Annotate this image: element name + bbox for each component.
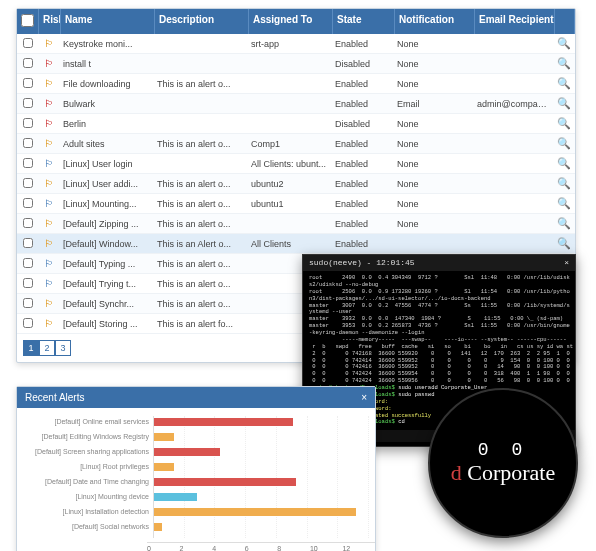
flag-icon: 🏳: [39, 58, 59, 69]
row-checkbox[interactable]: [17, 298, 39, 310]
cell-notification: None: [393, 219, 473, 229]
flag-icon: 🏳: [39, 198, 59, 209]
cell-description: This is an alert fo...: [153, 319, 247, 329]
cell-assigned-to: ubuntu2: [247, 179, 331, 189]
search-icon[interactable]: 🔍: [557, 77, 571, 90]
cell-description: This is an Alert o...: [153, 239, 247, 249]
table-row[interactable]: 🏳[Linux] Mounting...This is an alert o..…: [17, 194, 575, 214]
header-description[interactable]: Description: [155, 9, 249, 34]
chart-category-label: [Linux] Installation detection: [23, 506, 153, 518]
chart-bar[interactable]: [154, 493, 197, 501]
table-row[interactable]: 🏳File downloadingThis is an alert o...En…: [17, 74, 575, 94]
table-row[interactable]: 🏳Keystroke moni...srt-appEnabledNone✎👁🔍: [17, 34, 575, 54]
chart-header[interactable]: Recent Alerts ×: [17, 387, 375, 408]
table-row[interactable]: 🏳[Linux] User addi...This is an alert o.…: [17, 174, 575, 194]
cell-notification: None: [393, 139, 473, 149]
cell-assigned-to: srt-app: [247, 39, 331, 49]
search-icon[interactable]: 🔍: [557, 177, 571, 190]
row-checkbox[interactable]: [17, 278, 39, 290]
header-email-recipient[interactable]: Email Recipient: [475, 9, 555, 34]
search-icon[interactable]: 🔍: [557, 57, 571, 70]
cell-notification: None: [393, 119, 473, 129]
header-risk[interactable]: Risk: [39, 9, 61, 34]
chart-bar[interactable]: [154, 463, 174, 471]
cell-name: [Default] Storing ...: [59, 319, 153, 329]
chart-bar[interactable]: [154, 478, 296, 486]
row-checkbox[interactable]: [17, 318, 39, 330]
cell-name: [Default] Window...: [59, 239, 153, 249]
table-row[interactable]: 🏳[Default] Zipping ...This is an alert o…: [17, 214, 575, 234]
row-checkbox[interactable]: [17, 118, 39, 130]
chart-bar[interactable]: [154, 418, 293, 426]
cell-name: [Linux] Mounting...: [59, 199, 153, 209]
table-row[interactable]: 🏳install tDisabledNone✎👁🔍: [17, 54, 575, 74]
page-button[interactable]: 1: [23, 340, 39, 356]
row-checkbox[interactable]: [17, 258, 39, 270]
chart-bar[interactable]: [154, 508, 356, 516]
chart-bar[interactable]: [154, 523, 162, 531]
cell-assigned-to: All Clients: ubunt...: [247, 159, 331, 169]
cell-notification: None: [393, 39, 473, 49]
page-button[interactable]: 3: [55, 340, 71, 356]
search-icon[interactable]: 🔍: [557, 217, 571, 230]
close-icon[interactable]: ×: [361, 392, 367, 403]
flag-icon: 🏳: [39, 98, 59, 109]
cell-assigned-to: All Clients: [247, 239, 331, 249]
search-icon[interactable]: 🔍: [557, 97, 571, 110]
x-tick: 8: [277, 545, 310, 551]
cell-description: This is an alert o...: [153, 259, 247, 269]
header-assigned-to[interactable]: Assigned To: [249, 9, 333, 34]
row-checkbox[interactable]: [17, 78, 39, 90]
search-icon[interactable]: 🔍: [557, 237, 571, 250]
cell-name: [Linux] User login: [59, 159, 153, 169]
row-checkbox[interactable]: [17, 178, 39, 190]
cell-description: This is an alert o...: [153, 219, 247, 229]
table-header: Risk Name Description Assigned To State …: [17, 9, 575, 34]
cell-name: File downloading: [59, 79, 153, 89]
cell-name: install t: [59, 59, 153, 69]
x-tick: 10: [310, 545, 343, 551]
header-checkbox[interactable]: [17, 9, 39, 34]
chart-bar[interactable]: [154, 433, 174, 441]
chart-bars-area: [153, 416, 369, 538]
table-row[interactable]: 🏳Adult sitesThis is an alert o...Comp1En…: [17, 134, 575, 154]
search-icon[interactable]: 🔍: [557, 157, 571, 170]
cell-state: Enabled: [331, 199, 393, 209]
cell-assigned-to: ubuntu1: [247, 199, 331, 209]
x-tick: 0: [147, 545, 180, 551]
row-checkbox[interactable]: [17, 98, 39, 110]
table-row[interactable]: 🏳[Linux] User loginAll Clients: ubunt...…: [17, 154, 575, 174]
close-icon[interactable]: ×: [564, 258, 569, 268]
chart-category-label: [Default] Date and Time changing: [23, 476, 153, 488]
cell-name: [Default] Trying t...: [59, 279, 153, 289]
chart-title: Recent Alerts: [25, 392, 84, 403]
terminal-titlebar[interactable]: sudo(neeve) - 12:01:45 ×: [303, 255, 575, 271]
table-row[interactable]: 🏳BulwarkEnabledEmailadmin@company...✎👁🔍: [17, 94, 575, 114]
row-checkbox[interactable]: [17, 218, 39, 230]
table-row[interactable]: 🏳[Default] Window...This is an Alert o..…: [17, 234, 575, 254]
chart-category-label: [Default] Screen sharing applications: [23, 446, 153, 458]
row-checkbox[interactable]: [17, 38, 39, 50]
chart-bar[interactable]: [154, 448, 220, 456]
table-row[interactable]: 🏳BerlinDisabledNone✎👁🔍: [17, 114, 575, 134]
flag-icon: 🏳: [39, 78, 59, 89]
terminal-title: sudo(neeve) - 12:01:45: [309, 258, 415, 268]
search-icon[interactable]: 🔍: [557, 37, 571, 50]
header-notification[interactable]: Notification: [395, 9, 475, 34]
row-actions: ✎👁🔍: [553, 217, 575, 230]
magnifier-lens: 0 0 d Corporate: [428, 388, 578, 538]
row-checkbox[interactable]: [17, 138, 39, 150]
flag-icon: 🏳: [39, 298, 59, 309]
row-checkbox[interactable]: [17, 198, 39, 210]
search-icon[interactable]: 🔍: [557, 117, 571, 130]
header-state[interactable]: State: [333, 9, 395, 34]
cell-state: Enabled: [331, 159, 393, 169]
row-checkbox[interactable]: [17, 158, 39, 170]
row-checkbox[interactable]: [17, 238, 39, 250]
x-tick: 4: [212, 545, 245, 551]
header-name[interactable]: Name: [61, 9, 155, 34]
page-button[interactable]: 2: [39, 340, 55, 356]
row-checkbox[interactable]: [17, 58, 39, 70]
search-icon[interactable]: 🔍: [557, 137, 571, 150]
search-icon[interactable]: 🔍: [557, 197, 571, 210]
